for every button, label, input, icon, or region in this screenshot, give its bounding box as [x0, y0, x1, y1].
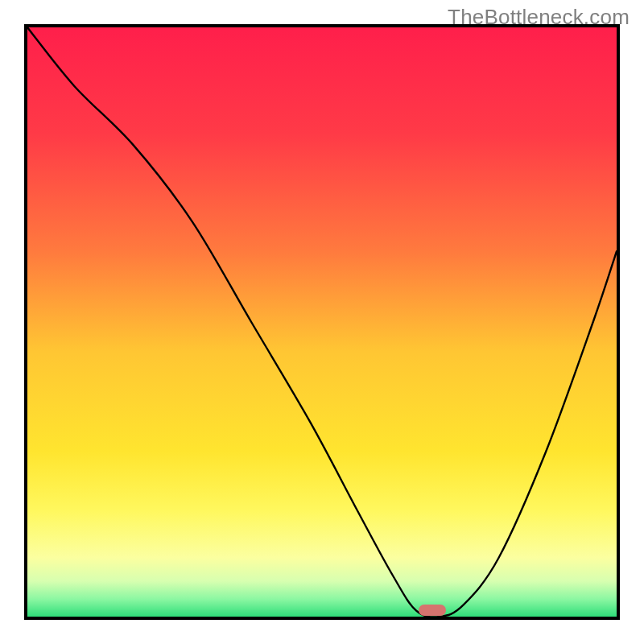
chart-plot-area: [24, 24, 620, 620]
chart-curve: [27, 27, 617, 617]
optimum-marker: [419, 605, 446, 616]
